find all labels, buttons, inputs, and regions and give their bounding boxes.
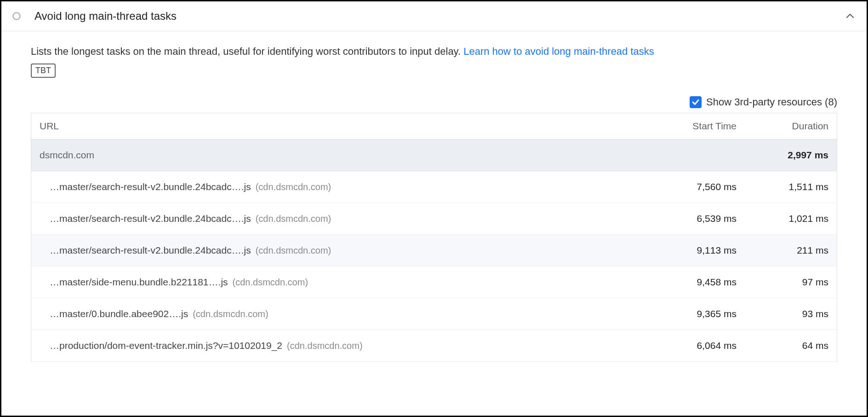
url-cell: …master/side-menu.bundle.b221181….js(cdn…: [50, 277, 645, 288]
col-header-start: Start Time: [645, 121, 737, 132]
audit-header[interactable]: Avoid long main-thread tasks: [1, 1, 867, 31]
url-host: (cdn.dsmcdn.com): [256, 245, 331, 256]
url-host: (cdn.dsmcdn.com): [233, 277, 308, 288]
start-time: 9,458 ms: [645, 277, 737, 288]
start-time: 7,560 ms: [645, 181, 737, 192]
url-cell: …production/dom-event-tracker.min.js?v=1…: [50, 340, 645, 351]
third-party-checkbox[interactable]: [690, 96, 702, 108]
group-name: dsmcdn.com: [40, 150, 645, 161]
duration: 64 ms: [737, 340, 828, 351]
audit-description-text: Lists the longest tasks on the main thre…: [31, 46, 463, 57]
duration: 1,021 ms: [737, 213, 828, 224]
audit-panel: Avoid long main-thread tasks Lists the l…: [0, 0, 868, 417]
start-time: 6,539 ms: [645, 213, 737, 224]
url-path: …master/0.bundle.abee902….js: [50, 308, 188, 319]
start-time: 9,365 ms: [645, 308, 737, 319]
duration: 97 ms: [737, 277, 828, 288]
url-cell: …master/search-result-v2.bundle.24bcadc……: [50, 245, 645, 256]
url-path: …master/side-menu.bundle.b221181….js: [50, 277, 228, 288]
table-row[interactable]: …master/side-menu.bundle.b221181….js(cdn…: [31, 266, 837, 298]
table-row[interactable]: …master/search-result-v2.bundle.24bcadc……: [31, 171, 837, 203]
duration: 1,511 ms: [737, 181, 828, 192]
col-header-url: URL: [40, 121, 645, 132]
group-total: 2,997 ms: [737, 150, 828, 161]
url-host: (cdn.dsmcdn.com): [193, 309, 268, 319]
chevron-up-icon[interactable]: [845, 11, 856, 22]
table-row[interactable]: …production/dom-event-tracker.min.js?v=1…: [31, 330, 837, 362]
start-time: 6,064 ms: [645, 340, 737, 351]
url-host: (cdn.dsmcdn.com): [256, 214, 331, 224]
group-row[interactable]: dsmcdn.com 2,997 ms: [31, 139, 837, 171]
url-cell: …master/search-result-v2.bundle.24bcadc……: [50, 181, 645, 192]
col-header-duration: Duration: [737, 121, 828, 132]
tbt-tag: TBT: [31, 64, 56, 78]
table-row[interactable]: …master/search-result-v2.bundle.24bcadc……: [31, 235, 837, 266]
url-cell: …master/search-result-v2.bundle.24bcadc……: [50, 213, 645, 224]
table-row[interactable]: …master/search-result-v2.bundle.24bcadc……: [31, 203, 837, 235]
tag-row: TBT: [31, 64, 837, 78]
tasks-table: URL Start Time Duration dsmcdn.com 2,997…: [31, 113, 837, 362]
url-host: (cdn.dsmcdn.com): [287, 341, 363, 351]
url-path: …production/dom-event-tracker.min.js?v=1…: [50, 340, 282, 351]
audit-title: Avoid long main-thread tasks: [34, 10, 845, 23]
url-path: …master/search-result-v2.bundle.24bcadc……: [50, 213, 251, 224]
audit-content: Lists the longest tasks on the main thre…: [1, 31, 867, 362]
start-time: 9,113 ms: [645, 245, 737, 256]
status-circle-icon: [12, 12, 21, 20]
duration: 93 ms: [737, 308, 828, 319]
audit-description: Lists the longest tasks on the main thre…: [31, 44, 837, 59]
third-party-toggle-row: Show 3rd-party resources (8): [31, 96, 837, 108]
table-row[interactable]: …master/0.bundle.abee902….js(cdn.dsmcdn.…: [31, 298, 837, 330]
url-path: …master/search-result-v2.bundle.24bcadc……: [50, 245, 251, 256]
learn-more-link[interactable]: Learn how to avoid long main-thread task…: [463, 46, 654, 57]
url-path: …master/search-result-v2.bundle.24bcadc……: [50, 181, 251, 192]
url-host: (cdn.dsmcdn.com): [256, 182, 331, 192]
third-party-toggle-label: Show 3rd-party resources (8): [706, 96, 837, 108]
url-cell: …master/0.bundle.abee902….js(cdn.dsmcdn.…: [50, 308, 645, 319]
duration: 211 ms: [737, 245, 828, 256]
table-header-row: URL Start Time Duration: [31, 113, 837, 139]
